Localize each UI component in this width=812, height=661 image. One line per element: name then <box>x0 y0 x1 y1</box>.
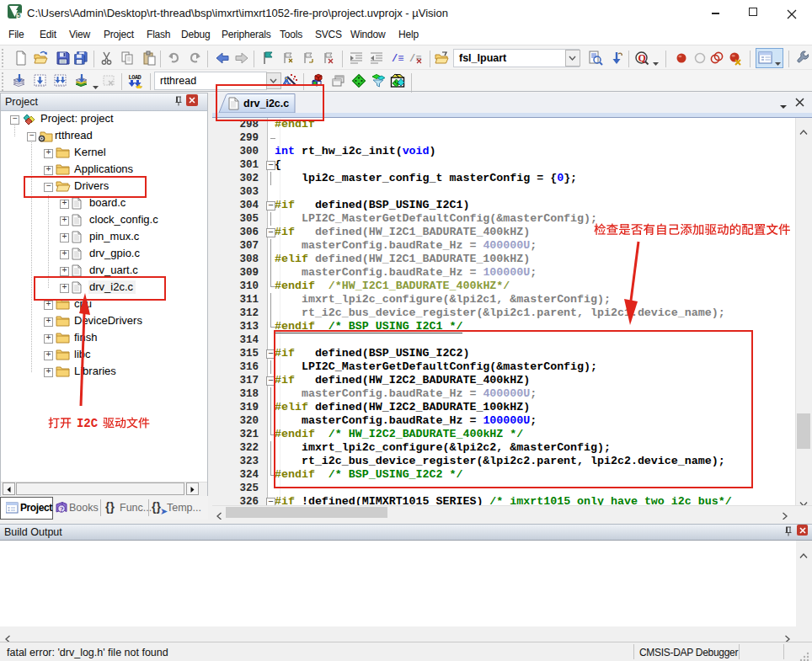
svg-text:I: I <box>77 417 83 430</box>
svg-text:?: ? <box>60 505 64 514</box>
svg-text:/≡: /≡ <box>409 53 421 65</box>
svg-text:5: 5 <box>17 12 20 19</box>
svg-text:2: 2 <box>83 417 90 430</box>
svg-text:LOAD: LOAD <box>129 74 142 81</box>
svg-text:/≡: /≡ <box>392 53 403 65</box>
svg-text:C: C <box>91 417 99 430</box>
